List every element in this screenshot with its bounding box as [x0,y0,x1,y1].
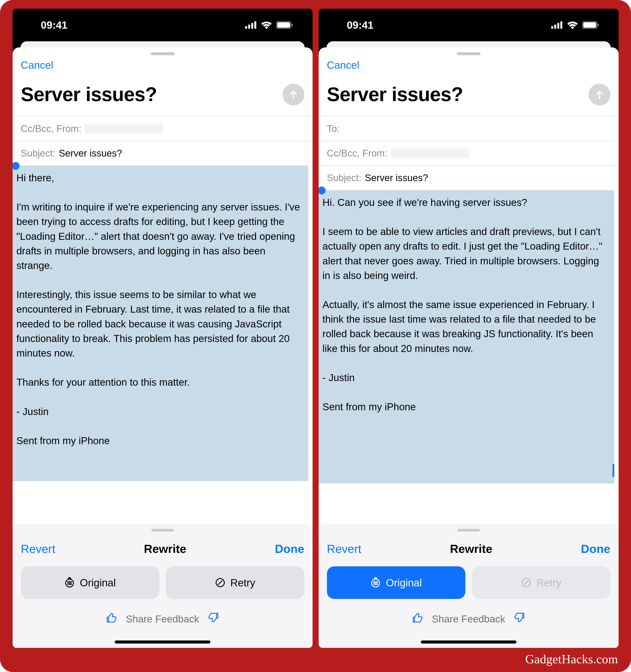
from-address-redacted [85,124,163,134]
compose-sheet: Cancel Server issues? To: Cc/Bcc, From: … [319,47,618,648]
cancel-button[interactable]: Cancel [21,59,53,71]
svg-rect-9 [551,26,553,29]
ccbcc-from-label: Cc/Bcc, From: [21,123,81,134]
svg-rect-5 [277,22,290,28]
thumbs-up-icon[interactable] [106,613,117,625]
revert-button[interactable]: Revert [21,542,55,555]
share-feedback-button[interactable]: Share Feedback [432,613,505,625]
status-time: 09:41 [41,19,68,31]
from-address-redacted [391,148,469,158]
ccbcc-from-label: Cc/Bcc, From: [327,148,388,159]
subject-field[interactable]: Subject: Server issues? [319,166,618,190]
retry-label: Retry [536,577,561,589]
done-button[interactable]: Done [581,542,610,555]
thumbs-up-icon[interactable] [412,613,423,625]
phone-right: 09:41 Cancel Server issues? [319,9,618,648]
svg-rect-6 [292,24,293,26]
original-label: Original [80,577,116,589]
home-indicator[interactable] [115,641,211,644]
rewrite-toolbar: Revert Rewrite Done Original Retry [319,524,618,648]
rewind-icon [370,577,381,588]
ccbcc-from-field[interactable]: Cc/Bcc, From: [13,117,313,141]
retry-icon [521,577,532,588]
share-feedback-button[interactable]: Share Feedback [126,613,199,625]
send-button[interactable] [589,84,610,105]
toolbar-title: Rewrite [144,542,186,555]
cancel-button[interactable]: Cancel [327,59,359,71]
phone-left: 09:41 Cancel Server issues? [13,9,313,648]
done-button[interactable]: Done [275,542,304,555]
send-button[interactable] [283,84,304,105]
ccbcc-from-field[interactable]: Cc/Bcc, From: [319,141,618,166]
status-bar: 09:41 [13,9,313,41]
svg-rect-2 [251,23,253,29]
svg-rect-12 [560,21,562,29]
cellular-signal-icon [551,21,563,29]
to-label: To: [327,123,340,134]
original-button[interactable]: Original [21,566,159,599]
text-caret [612,464,614,477]
svg-rect-1 [248,25,250,29]
retry-button[interactable]: Retry [166,566,304,599]
retry-button-disabled: Retry [472,566,610,599]
compose-title: Server issues? [21,83,157,106]
selection-handle-icon[interactable] [319,187,325,194]
subject-field[interactable]: Subject: Server issues? [13,141,313,166]
thumbs-down-icon[interactable] [208,613,219,625]
wifi-icon [567,21,578,29]
wifi-icon [261,21,272,29]
thumbs-down-icon[interactable] [514,613,525,625]
status-bar: 09:41 [319,9,618,41]
sheet-grabber[interactable] [457,52,481,55]
battery-icon [276,21,293,29]
status-time: 09:41 [347,19,374,31]
svg-rect-15 [598,24,599,26]
to-field[interactable]: To: [319,117,618,141]
selection-handle-icon[interactable] [13,162,20,170]
sheet-grabber[interactable] [151,52,174,55]
toolbar-title: Rewrite [450,542,492,555]
svg-rect-11 [557,23,559,29]
compose-title: Server issues? [327,83,463,106]
toolbar-grabber[interactable] [151,529,174,532]
subject-label: Subject: [327,172,362,183]
subject-label: Subject: [21,148,55,159]
message-body[interactable]: Hi. Can you see if we're having server i… [319,190,614,483]
svg-rect-14 [583,22,596,28]
retry-label: Retry [230,577,256,589]
original-button[interactable]: Original [327,566,465,599]
cellular-signal-icon [245,21,257,29]
retry-icon [215,577,226,588]
rewind-icon [64,577,75,588]
battery-icon [582,21,599,29]
compose-sheet: Cancel Server issues? Cc/Bcc, From: Subj… [13,47,313,648]
svg-rect-3 [254,21,256,29]
original-label: Original [386,577,422,589]
subject-value: Server issues? [59,148,122,159]
watermark: GadgetHacks.com [525,652,618,666]
message-body[interactable]: Hi there, I'm writing to inquire if we'r… [13,166,308,481]
home-indicator[interactable] [421,641,516,644]
svg-rect-0 [245,26,247,29]
toolbar-grabber[interactable] [457,529,480,532]
rewrite-toolbar: Revert Rewrite Done Original Retry [13,524,313,648]
revert-button[interactable]: Revert [327,542,362,555]
svg-rect-10 [554,25,556,29]
subject-value: Server issues? [365,172,428,183]
